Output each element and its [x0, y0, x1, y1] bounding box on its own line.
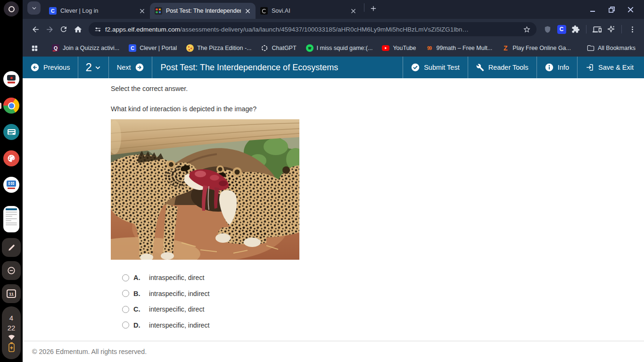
bookmark-pizza-edition[interactable]: The Pizza Edition -... — [182, 44, 256, 52]
youtube-favicon-icon — [382, 45, 389, 51]
spotify-favicon-icon — [306, 44, 314, 52]
do-not-disturb-icon — [7, 266, 16, 275]
info-label: Info — [558, 64, 569, 71]
tab-search-button[interactable] — [27, 1, 41, 15]
launcher-icon[interactable] — [4, 1, 19, 16]
reload-button[interactable] — [57, 22, 71, 36]
screenshot-preview[interactable] — [3, 206, 19, 232]
question-number-dropdown[interactable]: 2 — [78, 57, 108, 78]
chevron-down-icon — [94, 64, 101, 71]
previous-button[interactable]: Previous — [23, 57, 78, 78]
bookmark-clever-portal[interactable]: C Clever | Portal — [124, 44, 182, 52]
pizza-favicon-icon — [186, 44, 194, 52]
profile-button[interactable] — [604, 22, 618, 36]
forward-button[interactable] — [42, 22, 57, 36]
test-title: Post Test: The Interdependence of Ecosys… — [152, 57, 403, 78]
tab-post-test[interactable]: Post Test: The Interdependence of Ecosys… — [150, 3, 256, 19]
save-exit-button[interactable]: Save & Exit — [577, 57, 644, 78]
restore-button[interactable] — [605, 3, 618, 16]
pen-icon — [7, 243, 16, 252]
devices-icon — [593, 25, 602, 34]
radio-button[interactable] — [122, 321, 129, 329]
tab-title: Post Test: The Interdependence of Ecosys… — [166, 8, 241, 14]
blue-card-icon — [7, 181, 16, 187]
radio-button[interactable] — [122, 306, 129, 313]
extensions-button[interactable] — [569, 22, 583, 36]
calendar-icon: 11 — [7, 289, 16, 298]
bookmark-star-icon[interactable] — [523, 25, 531, 33]
shelf-app-canvas[interactable] — [3, 150, 19, 166]
next-label: Next — [117, 64, 131, 71]
all-bookmarks-button[interactable]: All Bookmarks — [582, 44, 640, 52]
status-tray[interactable]: 4 22 — [2, 306, 21, 359]
tab-close-button[interactable] — [138, 7, 146, 15]
page-footer: © 2026 Edmentum. All rights reserved. — [23, 341, 644, 362]
option-a[interactable]: A. intraspecific, direct — [122, 273, 644, 282]
copyright-text: © 2026 Edmentum. All rights reserved. — [32, 348, 147, 355]
calendar-day: 11 — [9, 291, 14, 296]
shelf-app-news[interactable] — [3, 124, 19, 140]
next-button[interactable]: Next — [109, 57, 152, 78]
home-button[interactable] — [71, 22, 85, 36]
menu-button[interactable] — [625, 22, 639, 36]
apps-grid-button[interactable] — [28, 42, 41, 54]
url-path: /assessments-delivery/ua/la/launch/45943… — [180, 26, 469, 33]
bookmark-play-games[interactable]: Z Play Free Online Ga... — [497, 44, 576, 52]
url-domain: f2.apps.elf.edmentum.com — [105, 26, 180, 33]
bookmark-quizizz[interactable]: Q Join a Quizizz activi... — [47, 44, 124, 52]
forward-arrow-icon — [45, 25, 54, 34]
bookmark-label: 99math – Free Mult... — [437, 45, 493, 51]
wifi-icon — [8, 334, 16, 340]
close-window-button[interactable] — [624, 3, 636, 16]
tab-close-button[interactable] — [349, 7, 357, 15]
clever-extension-button[interactable]: C — [554, 22, 569, 36]
address-bar[interactable]: f2.apps.elf.edmentum.com/assessments-del… — [89, 22, 537, 36]
chromeos-shelf: 11 4 22 — [0, 0, 23, 362]
shelf-app-chrome[interactable] — [3, 98, 19, 114]
calendar-button[interactable]: 11 — [2, 284, 21, 303]
next-circle-arrow-icon — [135, 63, 144, 72]
new-tab-button[interactable] — [367, 2, 380, 15]
site-settings-icon — [94, 26, 101, 33]
minimize-button[interactable] — [586, 3, 599, 16]
bookmark-label: YouTube — [393, 45, 416, 51]
tab-strip: C Clever | Log in Post Test: The Interde… — [23, 0, 644, 19]
clever-extension-icon: C — [557, 25, 566, 34]
shelf-app-edmentum-tool[interactable] — [3, 177, 19, 193]
tab-close-button[interactable] — [244, 7, 252, 15]
reader-tools-button[interactable]: Reader Tools — [468, 57, 537, 78]
shield-extension-button[interactable] — [540, 22, 554, 36]
star-sparkle-icon — [607, 25, 615, 33]
bookmark-99math[interactable]: 99 99math – Free Mult... — [421, 44, 497, 52]
info-button[interactable]: Info — [537, 57, 577, 78]
chatgpt-favicon-icon — [261, 44, 268, 52]
close-icon — [351, 8, 356, 14]
newspaper-icon — [8, 129, 16, 135]
option-letter: B. — [133, 290, 149, 297]
option-c[interactable]: C. interspecific, direct — [122, 304, 644, 314]
do-not-disturb-button[interactable] — [2, 261, 21, 280]
bookmark-spotify[interactable]: I miss squid game:(... — [301, 44, 378, 52]
back-button[interactable] — [28, 22, 42, 36]
launcher-ring-icon — [8, 6, 15, 12]
submit-test-button[interactable]: Submit Test — [403, 57, 468, 78]
bookmark-chatgpt[interactable]: ChatGPT — [256, 44, 301, 52]
bookmark-youtube[interactable]: YouTube — [377, 45, 421, 51]
question-image — [111, 119, 299, 260]
kebab-menu-icon — [628, 25, 636, 33]
tab-clever[interactable]: C Clever | Log in — [44, 3, 150, 19]
devices-button[interactable] — [590, 22, 604, 36]
radio-button[interactable] — [122, 290, 129, 297]
clever-favicon-icon: C — [49, 7, 57, 15]
shield-icon — [544, 25, 552, 33]
shelf-app-edmentum[interactable] — [3, 71, 19, 87]
99math-favicon-icon: 99 — [426, 44, 433, 52]
extensions-puzzle-icon — [571, 25, 580, 33]
radio-button[interactable] — [122, 274, 129, 281]
pen-tool-button[interactable] — [2, 238, 21, 257]
tab-sovi-ai[interactable]: Sovi.AI — [256, 3, 361, 19]
palette-icon — [7, 154, 16, 163]
option-d[interactable]: D. interspecific, indirect — [122, 321, 644, 330]
option-b[interactable]: B. intraspecific, indirect — [122, 289, 644, 298]
tab-title: Sovi.AI — [272, 8, 347, 14]
